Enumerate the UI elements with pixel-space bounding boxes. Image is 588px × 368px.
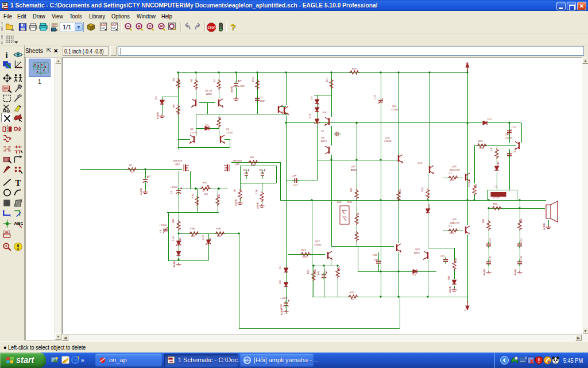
svg-text:C19: C19 xyxy=(512,150,516,153)
svg-text:R7: R7 xyxy=(213,79,216,82)
svg-text:+ 150V: + 150V xyxy=(159,224,167,227)
svg-text:2SA11?9: 2SA11?9 xyxy=(450,221,460,224)
svg-text:Q19: Q19 xyxy=(452,218,457,221)
svg-text:R8: R8 xyxy=(172,104,175,108)
svg-text:D13: D13 xyxy=(179,237,181,242)
svg-text:V-: V- xyxy=(465,309,467,312)
svg-text:B02: B02 xyxy=(317,270,320,275)
svg-text:D12: D12 xyxy=(488,118,492,121)
svg-text:D1: D1 xyxy=(206,124,209,126)
svg-text:Q13: Q13 xyxy=(417,162,423,164)
svg-text:1K: 1K xyxy=(233,189,236,192)
svg-text:2SK/56X: 2SK/56X xyxy=(173,159,183,162)
svg-text:R23: R23 xyxy=(338,266,341,271)
svg-text:C21: C21 xyxy=(440,255,445,258)
svg-text:C2008: C2008 xyxy=(505,136,512,139)
svg-text:D8: D8 xyxy=(278,280,281,283)
svg-text:D?49: D?49 xyxy=(493,196,500,199)
svg-text:0.23: 0.23 xyxy=(467,182,470,187)
svg-text:C1885: C1885 xyxy=(314,243,322,246)
svg-text:A988: A988 xyxy=(351,168,357,171)
svg-text:36K: 36K xyxy=(178,80,181,85)
svg-text:R39: R39 xyxy=(478,140,483,143)
svg-text:C2240: C2240 xyxy=(226,131,233,134)
svg-text:C14: C14 xyxy=(520,238,523,243)
svg-text:2.2: 2.2 xyxy=(448,225,452,228)
svg-text:Q4 Q5: Q4 Q5 xyxy=(205,89,212,92)
svg-text:C17: C17 xyxy=(293,183,298,186)
svg-text:Q18: Q18 xyxy=(415,248,420,251)
svg-text:2.2V: 2.2V xyxy=(202,235,204,240)
svg-text:AGND: AGND xyxy=(234,199,237,206)
svg-text:Q2: Q2 xyxy=(190,128,194,131)
svg-text:AGND: AGND xyxy=(256,202,259,209)
svg-text:C5: C5 xyxy=(243,168,246,171)
svg-text:R13: R13 xyxy=(252,77,254,82)
svg-text:R16: R16 xyxy=(218,194,220,198)
svg-text:D14: D14 xyxy=(412,273,416,276)
svg-text:T: T xyxy=(15,178,21,187)
svg-text:7.3K: 7.3K xyxy=(255,189,258,194)
svg-text:AGND: AGND xyxy=(173,260,176,267)
svg-text:R21: R21 xyxy=(301,248,306,251)
svg-text:C30: C30 xyxy=(280,304,283,309)
svg-text:D3: D3 xyxy=(154,96,157,99)
svg-text:Q10: Q10 xyxy=(385,136,390,139)
svg-text:R12: R12 xyxy=(217,235,222,237)
svg-text:R48: R48 xyxy=(347,201,352,204)
svg-text:A940: A940 xyxy=(414,251,420,254)
svg-text:R11: R11 xyxy=(191,235,196,237)
svg-text:5.2V: 5.2V xyxy=(172,236,175,241)
svg-text:5.1V: 5.1V xyxy=(308,113,311,118)
svg-text:i: i xyxy=(6,51,8,59)
svg-text:STOP: STOP xyxy=(207,26,216,29)
svg-text:C6: C6 xyxy=(259,168,262,171)
svg-text:C13: C13 xyxy=(489,238,492,243)
svg-text:C2: C2 xyxy=(148,174,151,177)
svg-text:C2008: C2008 xyxy=(384,140,392,143)
svg-text:30K: 30K xyxy=(250,156,254,159)
svg-text:C20: C20 xyxy=(512,126,516,129)
svg-text:R34: R34 xyxy=(474,183,477,188)
svg-text:2SC2?19: 2SC2?19 xyxy=(450,168,460,171)
svg-text:Q15: Q15 xyxy=(351,165,356,168)
svg-text:e: e xyxy=(245,357,249,363)
svg-text:R1: R1 xyxy=(129,164,133,167)
svg-text:9.9K: 9.9K xyxy=(216,227,221,230)
svg-text:100: 100 xyxy=(130,170,135,173)
svg-text:ULP: ULP xyxy=(111,24,117,26)
svg-text:AGND: AGND xyxy=(514,269,517,275)
svg-text:R29: R29 xyxy=(421,187,424,191)
svg-text:C4: C4 xyxy=(260,96,263,99)
svg-text:R38: R38 xyxy=(520,218,523,223)
svg-text:R25: R25 xyxy=(350,291,354,294)
svg-text:Q16: Q16 xyxy=(235,163,240,166)
svg-text:C2240: C2240 xyxy=(190,131,198,134)
svg-text:5.1K: 5.1K xyxy=(357,212,359,217)
svg-text:2K: 2K xyxy=(178,108,181,111)
svg-text:°: ° xyxy=(17,62,18,65)
svg-text:Q11: Q11 xyxy=(392,105,397,108)
svg-text:R28: R28 xyxy=(399,189,401,194)
svg-text:D7: D7 xyxy=(278,265,281,269)
svg-text:R10: R10 xyxy=(203,181,207,184)
svg-text:C8: C8 xyxy=(159,229,162,233)
svg-text:R22: R22 xyxy=(307,269,310,274)
svg-text:9.9K: 9.9K xyxy=(190,227,195,230)
svg-text:330: 330 xyxy=(303,255,307,258)
svg-text:A988: A988 xyxy=(206,93,212,95)
svg-text:6.8K: 6.8K xyxy=(454,258,457,263)
svg-text:Q3: Q3 xyxy=(226,128,229,131)
svg-text:AGND: AGND xyxy=(543,223,546,230)
svg-text:10F: 10F xyxy=(374,258,378,261)
svg-text:R36: R36 xyxy=(493,202,498,205)
svg-text:10: 10 xyxy=(351,298,354,301)
svg-text:AGND: AGND xyxy=(156,112,159,119)
svg-text:R37: R37 xyxy=(482,218,485,223)
svg-text:R6: R6 xyxy=(190,79,193,82)
svg-text:D9: D9 xyxy=(310,96,313,99)
svg-text:+ 85V: + 85V xyxy=(238,85,245,87)
svg-text:R33: R33 xyxy=(450,179,454,182)
svg-text:2SK/56X: 2SK/56X xyxy=(233,159,242,162)
svg-text:R14: R14 xyxy=(251,163,256,166)
